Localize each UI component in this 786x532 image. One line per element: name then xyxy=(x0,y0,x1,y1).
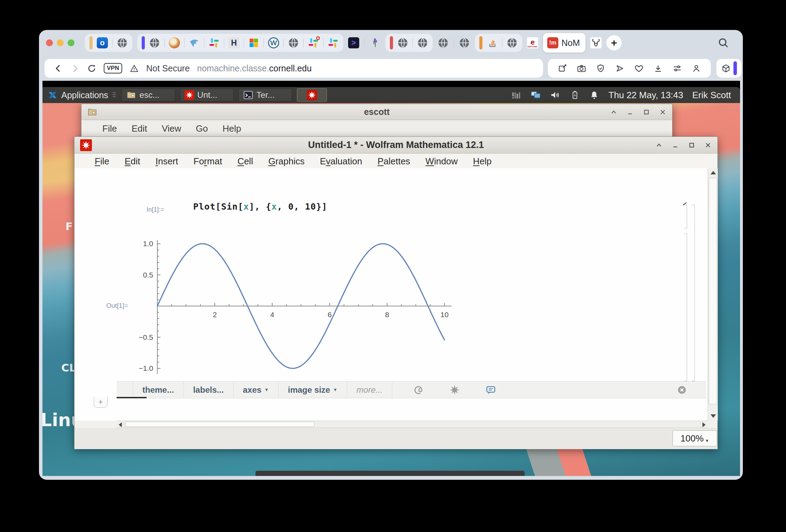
close-window-button[interactable] xyxy=(46,39,53,46)
slack-icon[interactable] xyxy=(328,37,339,48)
menu-format[interactable]: Format xyxy=(194,156,222,167)
download-icon[interactable] xyxy=(653,64,663,73)
output-cell-bracket[interactable] xyxy=(684,234,687,381)
assistant-axes-button[interactable]: axes▼ xyxy=(233,382,278,398)
globe-icon[interactable] xyxy=(397,37,408,48)
volume-icon[interactable] xyxy=(550,90,560,100)
wordpress-icon[interactable]: W xyxy=(268,37,279,48)
shade-button[interactable] xyxy=(610,108,618,116)
assistant-theme-button[interactable]: theme... xyxy=(133,382,183,398)
file-manager-titlebar[interactable]: escott xyxy=(81,104,672,120)
horizontal-scroll-thumb[interactable] xyxy=(125,422,315,427)
minimize-button[interactable] xyxy=(671,141,679,149)
battery-icon[interactable] xyxy=(569,90,580,100)
tab-group-pill[interactable] xyxy=(390,36,393,49)
hackmd-icon[interactable]: H xyxy=(228,37,239,48)
lavender-icon[interactable] xyxy=(369,37,380,48)
globe-icon[interactable] xyxy=(417,37,428,48)
menu-view[interactable]: View xyxy=(162,123,181,134)
back-icon[interactable] xyxy=(54,64,63,73)
menu-help[interactable]: Help xyxy=(473,156,492,167)
menu-graphics[interactable]: Graphics xyxy=(268,156,305,167)
close-button[interactable] xyxy=(659,108,667,116)
taskbar-window-terminal[interactable]: Ter... xyxy=(238,88,292,102)
notebook-area[interactable]: In[1]:= Plot[Sin[x], {x, 0, 10}] Out[1]=… xyxy=(74,168,717,421)
firefox-icon[interactable] xyxy=(169,37,180,48)
slack-badge-icon[interactable] xyxy=(308,37,319,48)
heart-icon[interactable] xyxy=(634,64,644,73)
globe-icon[interactable] xyxy=(117,37,128,48)
scroll-up-arrow[interactable] xyxy=(710,171,716,174)
vpn-badge[interactable]: VPN xyxy=(104,63,122,73)
camera-icon[interactable] xyxy=(577,64,586,73)
bottom-panel[interactable] xyxy=(256,471,525,476)
vertical-scroll-thumb[interactable] xyxy=(709,178,717,404)
feedback-icon[interactable] xyxy=(486,385,496,395)
globe-icon[interactable] xyxy=(438,37,449,48)
displays-icon[interactable] xyxy=(530,90,541,100)
iconize-icon[interactable] xyxy=(413,385,424,395)
new-tab-button[interactable]: + xyxy=(606,35,622,50)
notifications-icon[interactable] xyxy=(589,90,599,100)
assistant-labels-button[interactable]: labels... xyxy=(183,382,233,398)
minimize-window-button[interactable] xyxy=(57,39,64,46)
clock[interactable]: Thu 22 May, 13:43 xyxy=(608,90,683,101)
assistant-image-size-button[interactable]: image size▼ xyxy=(278,382,347,398)
tab-group-pill[interactable] xyxy=(142,36,145,49)
microsoft-icon[interactable] xyxy=(248,37,259,48)
terminal-tab-icon[interactable]: > xyxy=(348,37,359,48)
globe-icon[interactable] xyxy=(506,37,518,48)
forward-icon[interactable] xyxy=(70,64,80,73)
stackoverflow-icon[interactable] xyxy=(487,37,498,48)
applications-menu[interactable]: Applications xyxy=(47,90,117,100)
reload-icon[interactable] xyxy=(87,64,96,73)
menu-window[interactable]: Window xyxy=(425,156,457,167)
taskbar-window-active[interactable] xyxy=(297,88,327,102)
input-cell-bracket[interactable] xyxy=(684,205,687,228)
close-button[interactable] xyxy=(704,141,712,149)
maximize-button[interactable] xyxy=(688,141,695,149)
assistant-more-button[interactable]: more... xyxy=(347,382,392,398)
menu-go[interactable]: Go xyxy=(196,123,208,134)
menu-insert[interactable]: Insert xyxy=(156,156,178,167)
tab-group-pill[interactable] xyxy=(89,36,93,49)
erlang-icon[interactable]: e ERLANG xyxy=(527,37,538,48)
thunderbird-icon[interactable] xyxy=(189,37,200,48)
compose-icon[interactable] xyxy=(558,64,567,73)
menu-file[interactable]: File xyxy=(102,123,117,134)
shade-button[interactable] xyxy=(655,141,663,149)
new-cell-button[interactable]: + xyxy=(94,397,108,408)
menu-palettes[interactable]: Palettes xyxy=(377,156,410,167)
send-icon[interactable] xyxy=(615,64,624,73)
globe-icon[interactable] xyxy=(459,37,470,48)
cell-group-bracket[interactable] xyxy=(692,205,695,381)
outlook-icon[interactable]: o xyxy=(97,37,108,48)
sliders-icon[interactable] xyxy=(673,64,682,73)
maximize-button[interactable] xyxy=(643,108,650,116)
close-suggestions-icon[interactable] xyxy=(677,385,687,395)
search-icon[interactable] xyxy=(718,37,729,48)
tab-nomachine[interactable]: !m NoM xyxy=(543,33,585,53)
minimize-button[interactable] xyxy=(626,108,634,116)
horizontal-scrollbar[interactable] xyxy=(117,421,708,428)
menu-edit[interactable]: Edit xyxy=(132,123,147,134)
input-code[interactable]: Plot[Sin[x], {x, 0, 10}] xyxy=(193,202,327,212)
mathematica-titlebar[interactable]: Untitled-1 * - Wolfram Mathematica 12.1 xyxy=(74,137,717,154)
scroll-down-arrow[interactable] xyxy=(710,414,716,418)
taskbar-window-mathematica[interactable]: Unt... xyxy=(180,88,234,102)
tab-group-pill[interactable] xyxy=(479,36,482,49)
scroll-left-arrow[interactable] xyxy=(119,422,122,427)
nomachine-status-icon[interactable] xyxy=(511,90,521,100)
magnification-control[interactable]: 100% ▼ xyxy=(673,430,717,446)
zoom-window-button[interactable] xyxy=(68,39,74,46)
globe-icon[interactable] xyxy=(149,37,160,48)
vertical-scrollbar[interactable] xyxy=(708,168,718,421)
menu-cell[interactable]: Cell xyxy=(237,156,253,167)
taskbar-window-escott[interactable]: esc... xyxy=(121,88,175,102)
scroll-right-arrow[interactable] xyxy=(702,422,706,427)
menu-evaluation[interactable]: Evaluation xyxy=(320,156,362,167)
sidebar-pill[interactable] xyxy=(733,61,737,75)
slack-icon[interactable] xyxy=(209,37,220,48)
menu-file[interactable]: File xyxy=(95,156,109,167)
shield-check-icon[interactable] xyxy=(596,64,605,73)
